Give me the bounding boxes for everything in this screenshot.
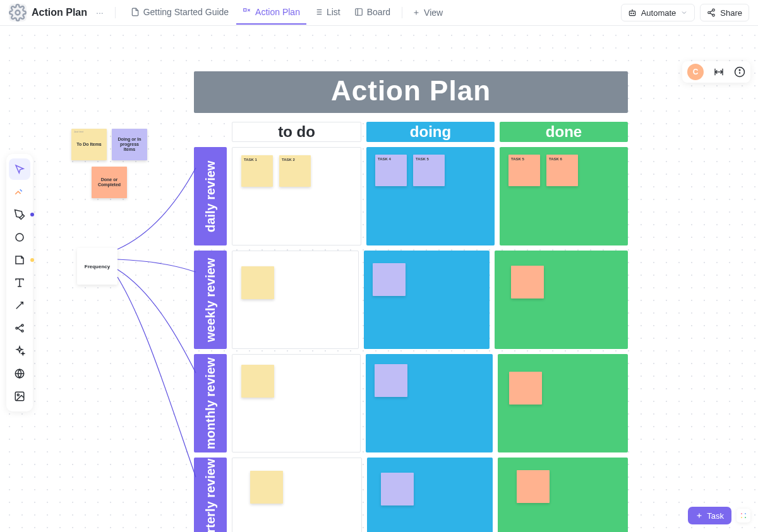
tab-list[interactable]: List [308,1,347,25]
highlight-tool[interactable] [9,181,30,203]
share-icon [707,8,716,17]
divider [115,7,116,18]
svg-point-39 [21,330,23,332]
column-header-done: done [500,122,628,142]
tab-label: List [327,7,340,17]
svg-point-0 [16,11,20,15]
tab-getting-started[interactable]: Getting Started Guide [124,1,235,25]
avatar[interactable]: C [687,64,704,80]
svg-line-20 [710,13,713,15]
task-note[interactable] [381,473,414,505]
column-header-doing: doing [366,122,495,142]
task-note[interactable]: TASK 1 [241,155,273,187]
task-note[interactable]: TASK 5 [508,155,540,186]
cell-quarterly-todo[interactable] [232,458,362,532]
share-button[interactable]: Share [700,4,749,21]
task-note[interactable]: TASK 5 [413,155,445,186]
task-label: TASK 5 [511,157,524,161]
sticky-note-tool[interactable] [9,249,30,271]
svg-point-29 [741,513,742,514]
plus-icon [412,9,420,16]
cell-monthly-done[interactable] [498,354,628,452]
mindmap-tool[interactable] [9,317,30,339]
fit-width-button[interactable] [713,67,725,77]
more-options-button[interactable]: ··· [93,6,106,19]
pen-tool[interactable] [9,204,30,225]
tab-action-plan[interactable]: Action Plan [236,1,306,25]
frequency-node[interactable]: Frequency [77,248,117,285]
cell-quarterly-done[interactable] [498,458,628,532]
cell-weekly-todo[interactable] [232,251,359,349]
task-note[interactable] [241,266,274,299]
svg-point-33 [16,233,23,241]
svg-point-17 [708,11,711,14]
color-indicator-icon [30,213,34,216]
whiteboard-canvas[interactable]: Just text To Do Items Doing or In progre… [0,26,758,532]
row-label-daily: daily review [194,147,227,245]
text-tool[interactable] [9,272,30,293]
board-icon [354,8,363,16]
svg-rect-1 [244,9,246,11]
ai-tool[interactable] [9,340,30,362]
doc-settings-icon[interactable] [9,4,27,21]
cell-daily-doing[interactable]: TASK 4 TASK 5 [366,147,495,245]
legend-note-label: To Do Items [76,142,102,147]
task-note[interactable]: TASK 4 [375,155,407,186]
connector-tool[interactable] [9,295,30,316]
legend-tiny-label: Just text [74,131,83,133]
cell-quarterly-doing[interactable] [367,458,492,532]
info-button[interactable] [734,66,745,78]
legend-note-doing[interactable]: Doing or In progress Items [112,129,147,160]
task-note[interactable] [509,372,542,405]
row-weekly: weekly review [194,251,628,349]
tab-board[interactable]: Board [348,1,397,25]
automate-label: Automate [641,8,677,18]
cell-monthly-doing[interactable] [366,354,493,452]
legend-note-todo[interactable]: Just text To Do Items [71,129,107,160]
svg-point-30 [745,513,746,514]
cell-monthly-todo[interactable] [232,354,361,452]
add-view-label: View [424,8,443,18]
task-label: TASK 2 [282,158,295,162]
svg-point-37 [16,328,18,329]
shape-tool[interactable] [9,227,30,248]
automate-button[interactable]: Automate [621,4,695,21]
task-note[interactable] [511,266,544,299]
svg-line-40 [18,326,21,329]
canvas-top-right-controls: C [682,61,750,83]
svg-point-13 [630,13,631,14]
cell-weekly-doing[interactable] [364,251,490,349]
add-view-button[interactable]: View [407,8,448,18]
top-bar: Action Plan ··· Getting Started Guide Ac… [0,0,758,26]
row-label-monthly: monthly review [194,354,227,452]
legend-note-done[interactable]: Done or Completed [92,167,127,198]
tool-sidebar [6,154,33,411]
new-task-button[interactable]: Task [688,507,731,524]
task-note[interactable] [375,364,407,397]
task-note[interactable] [517,470,550,503]
divider [402,7,402,18]
cell-daily-done[interactable]: TASK 5 TASK 6 [500,147,628,245]
task-note[interactable] [250,471,283,504]
task-note[interactable] [241,365,274,398]
view-tabs: Getting Started Guide Action Plan List B… [124,1,448,25]
tab-label: Getting Started Guide [143,7,229,17]
image-tool[interactable] [9,386,30,407]
board-title: Action Plan [194,71,628,113]
cell-weekly-done[interactable] [495,251,628,349]
row-daily: daily review TASK 1 TASK 2 TASK 4 TASK 5… [194,147,628,245]
web-tool[interactable] [9,363,30,384]
task-note[interactable] [373,263,406,296]
apps-button[interactable] [737,509,750,523]
svg-rect-12 [629,11,635,16]
task-note[interactable]: TASK 2 [279,155,311,187]
select-tool[interactable] [9,158,30,180]
list-icon [314,8,323,16]
svg-line-19 [710,11,713,12]
svg-line-36 [16,302,23,309]
svg-line-41 [18,328,21,331]
tab-label: Board [367,7,390,17]
robot-icon [628,8,637,17]
cell-daily-todo[interactable]: TASK 1 TASK 2 [232,147,361,245]
task-note[interactable]: TASK 6 [546,155,578,186]
